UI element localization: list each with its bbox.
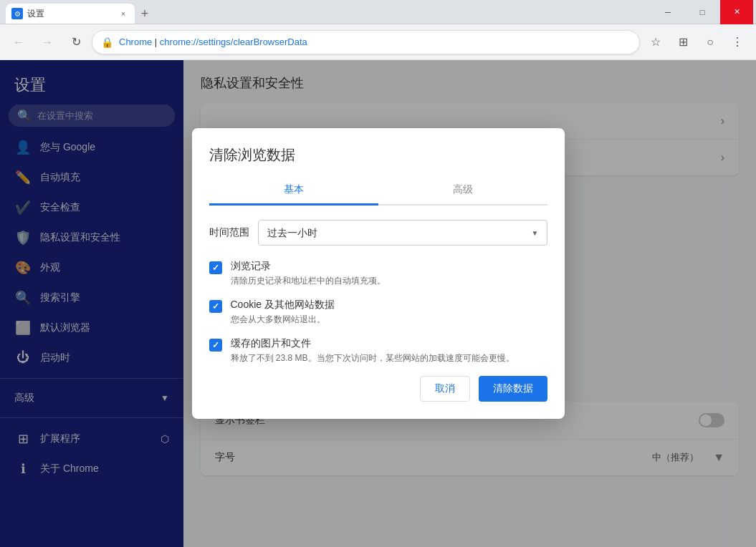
cookies-checkbox[interactable] <box>209 300 222 313</box>
time-range-row: 时间范围 过去一小时 过去24小时 过去7天 过去4周 全部时间 <box>209 220 547 246</box>
dialog-title: 清除浏览数据 <box>209 145 547 165</box>
cache-text: 缓存的图片和文件 释放了不到 23.8 MB。当您下次访问时，某些网站的加载速度… <box>231 337 547 364</box>
cache-title: 缓存的图片和文件 <box>231 337 547 350</box>
history-desc: 清除历史记录和地址栏中的自动填充项。 <box>231 274 547 287</box>
new-tab-button[interactable]: + <box>135 4 155 24</box>
profile-button[interactable]: ○ <box>697 29 723 55</box>
tab-advanced[interactable]: 高级 <box>378 176 547 205</box>
cookies-desc: 您会从大多数网站退出。 <box>231 313 547 326</box>
address-text: Chrome | chrome://settings/clearBrowserD… <box>119 37 631 47</box>
menu-button[interactable]: ⋮ <box>724 29 750 55</box>
titlebar: ⚙ 设置 × + ─ □ ✕ <box>0 0 756 24</box>
time-range-label: 时间范围 <box>209 226 249 239</box>
history-text: 浏览记录 清除历史记录和地址栏中的自动填充项。 <box>231 260 547 287</box>
tab-strip: ⚙ 设置 × + <box>0 0 649 24</box>
nav-right-buttons: ☆ ⊞ ○ ⋮ <box>643 29 750 55</box>
history-checkbox[interactable] <box>209 261 222 274</box>
history-title: 浏览记录 <box>231 260 547 273</box>
forward-button[interactable]: → <box>34 29 60 55</box>
clear-data-button[interactable]: 清除数据 <box>479 376 547 402</box>
lock-icon: 🔒 <box>101 37 113 48</box>
extensions-button[interactable]: ⊞ <box>670 29 696 55</box>
reload-button[interactable]: ↻ <box>63 29 89 55</box>
cookies-title: Cookie 及其他网站数据 <box>231 299 547 311</box>
cookies-checkbox-item: Cookie 及其他网站数据 您会从大多数网站退出。 <box>209 299 547 326</box>
bookmark-button[interactable]: ☆ <box>643 29 669 55</box>
cancel-button[interactable]: 取消 <box>420 376 470 402</box>
tab-favicon: ⚙ <box>11 8 23 19</box>
close-button[interactable]: ✕ <box>720 0 753 24</box>
history-checkbox-item: 浏览记录 清除历史记录和地址栏中的自动填充项。 <box>209 260 547 287</box>
tab-close-button[interactable]: × <box>118 8 129 19</box>
maximize-button[interactable]: □ <box>686 0 719 24</box>
tab-title: 设置 <box>27 8 113 20</box>
back-button[interactable]: ← <box>6 29 32 55</box>
time-range-select-wrapper[interactable]: 过去一小时 过去24小时 过去7天 过去4周 全部时间 <box>258 220 547 246</box>
cookies-text: Cookie 及其他网站数据 您会从大多数网站退出。 <box>231 299 547 326</box>
window-controls: ─ □ ✕ <box>649 0 756 24</box>
settings-tab[interactable]: ⚙ 设置 × <box>6 4 135 24</box>
address-bar[interactable]: 🔒 Chrome | chrome://settings/clearBrowse… <box>92 30 640 54</box>
time-range-select[interactable]: 过去一小时 过去24小时 过去7天 过去4周 全部时间 <box>258 220 547 246</box>
dialog-tabs: 基本 高级 <box>209 176 547 205</box>
cache-desc: 释放了不到 23.8 MB。当您下次访问时，某些网站的加载速度可能会更慢。 <box>231 352 547 364</box>
dialog-footer: 取消 清除数据 <box>209 376 547 402</box>
tab-basic[interactable]: 基本 <box>209 176 378 205</box>
minimize-button[interactable]: ─ <box>651 0 684 24</box>
navbar: ← → ↻ 🔒 Chrome | chrome://settings/clear… <box>0 24 756 60</box>
clear-browser-data-dialog: 清除浏览数据 基本 高级 时间范围 过去一小时 过去24小时 过去7天 过去4周… <box>192 128 565 419</box>
cache-checkbox[interactable] <box>209 339 222 352</box>
cache-checkbox-item: 缓存的图片和文件 释放了不到 23.8 MB。当您下次访问时，某些网站的加载速度… <box>209 337 547 364</box>
